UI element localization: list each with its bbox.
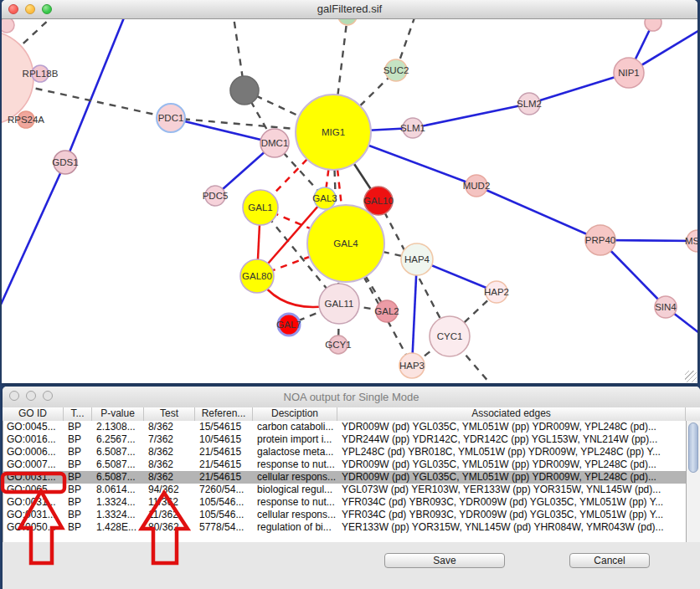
network-window: galFiltered.sif RPL18BRPS24APDC1GDS1DMC1… (2, 0, 697, 383)
table-cell: GO:0050... (3, 521, 64, 534)
noa-output-window: NOA output for Single Mode GO IDT...P-va… (3, 387, 700, 589)
column-header-2[interactable]: P-value (92, 407, 144, 421)
table-row-2[interactable]: GO:0006...BP6.5087...8/36221/54615galact… (3, 446, 686, 458)
column-header-0[interactable]: GO ID (3, 407, 64, 421)
table-cell: 21/54615 (196, 446, 254, 458)
table-cell: protein import i... (254, 433, 338, 446)
table-cell: BP (64, 484, 93, 496)
table-cell: GO:0007... (3, 458, 64, 471)
table-cell: GO:0031... (3, 509, 64, 521)
node-label-PDC5: PDC5 (203, 191, 229, 201)
node-label-GAL10: GAL10 (363, 196, 394, 206)
noa-window-titlebar[interactable]: NOA output for Single Mode (3, 387, 700, 408)
zoom-button[interactable] (42, 4, 52, 14)
table-cell: YDR009W (pd) YGL035C, YML051W (pp) YDR00… (338, 458, 686, 471)
node-label-PDC1: PDC1 (158, 113, 184, 123)
edge-pt-GDS1[interactable] (65, 19, 128, 162)
node-GREEN2[interactable] (338, 19, 357, 25)
node-label-HAP4: HAP4 (404, 254, 430, 264)
edge-SLM1-SLM2[interactable] (413, 104, 529, 128)
minimize-button[interactable] (25, 4, 35, 14)
column-header-1[interactable]: T... (64, 407, 92, 421)
column-header-3[interactable]: Test (144, 407, 195, 421)
node-label-SUC2: SUC2 (383, 65, 409, 75)
table-cell: YGL073W (pd) YER103W, YER133W (pp) YOR31… (338, 484, 686, 496)
network-canvas[interactable]: RPL18BRPS24APDC1GDS1DMC1MIG1SUC2SLM1SLM2… (2, 19, 697, 383)
column-header-5[interactable]: Desciption (253, 407, 337, 421)
table-row-3[interactable]: GO:0007...BP6.5087...8/36221/54615respon… (3, 458, 686, 471)
table-cell: BP (64, 471, 93, 484)
node-label-CYC1: CYC1 (437, 331, 463, 341)
table-cell: BP (64, 496, 93, 509)
node-PINK1[interactable] (2, 19, 14, 33)
scrollbar-thumb[interactable] (688, 423, 698, 473)
table-cell: response to nut... (254, 496, 338, 509)
table-cell: 105/546... (196, 509, 254, 521)
table-cell: 8/362 (145, 421, 196, 433)
node-label-GAL7: GAL7 (276, 320, 301, 330)
table-cell: 80/362 (145, 521, 196, 534)
table-cell: BP (64, 433, 93, 446)
edge-MUD2-PRP40[interactable] (476, 186, 600, 240)
table-cell: 21/54615 (196, 471, 254, 484)
table-header: GO IDT...P-valueTestReferen...Desciption… (3, 407, 700, 422)
table-cell: YFR034C (pd) YBR093C, YDR009W (pd) YGL03… (338, 496, 686, 509)
table-row-6[interactable]: GO:0031...BP1.3324...11/362105/546...res… (3, 496, 686, 509)
node-label-MIG1: MIG1 (322, 127, 345, 137)
column-header-6[interactable]: Associated edges (337, 407, 686, 421)
table-cell: 6.5087... (93, 446, 145, 458)
node-label-MUD2: MUD2 (463, 181, 491, 191)
table-cell: BP (64, 509, 93, 521)
table-cell: GO:0031... (3, 471, 64, 484)
close-button[interactable] (8, 4, 18, 14)
table-cell: 7/362 (145, 433, 196, 446)
node-label-GDS1: GDS1 (52, 157, 78, 167)
table-cell: 6.5087... (93, 471, 145, 484)
table-row-5[interactable]: GO:0065...BP8.0614...94/3627260/54...bio… (3, 484, 686, 496)
network-window-title: galFiltered.sif (2, 0, 697, 18)
close-button-inactive[interactable] (9, 391, 19, 401)
table-row-7[interactable]: GO:0031...BP1.3324...11/362105/546...cel… (3, 509, 686, 521)
table-cell: YPL248C (pd) YBR018C, YML051W (pp) YDR00… (338, 446, 686, 458)
table-cell: YDR009W (pd) YGL035C, YML051W (pp) YDR00… (338, 421, 686, 433)
network-window-titlebar[interactable]: galFiltered.sif (2, 0, 697, 19)
table-cell: BP (64, 521, 93, 534)
table-cell: 105/546... (196, 496, 254, 509)
column-header-4[interactable]: Referen... (195, 407, 253, 421)
table-cell: cellular respons... (254, 509, 338, 521)
table-cell: cellular respons... (254, 471, 338, 484)
table-cell: 5778/54... (196, 521, 254, 534)
resize-grip[interactable] (685, 371, 697, 382)
table-cell: regulation of bi... (254, 521, 338, 534)
table-cell: GO:0065... (3, 484, 64, 496)
table-cell: 21/54615 (196, 458, 254, 471)
node-label-RPS24A: RPS24A (8, 115, 44, 125)
edge-GDS1-pt[interactable] (2, 162, 65, 306)
node-label-GAL11: GAL11 (325, 299, 354, 309)
table-row-1[interactable]: GO:0016...BP6.2567...7/36210/54615protei… (3, 433, 686, 446)
table-row-0[interactable]: GO:0045...BP2.1308...8/36215/54615carbon… (3, 421, 686, 433)
node-PINK2[interactable] (645, 19, 661, 31)
node-label-GAL1: GAL1 (248, 202, 272, 213)
table-row-4[interactable]: GO:0031...BP6.5087...8/36221/54615cellul… (3, 471, 686, 484)
node-label-DMC1: DMC1 (261, 138, 289, 148)
node-label-GAL2: GAL2 (374, 306, 399, 316)
vertical-scrollbar[interactable] (686, 421, 700, 542)
table-cell: 8/362 (145, 471, 196, 484)
zoom-button-inactive[interactable] (43, 391, 53, 401)
minimize-button-inactive[interactable] (26, 391, 36, 401)
cancel-button[interactable]: Cancel (569, 553, 650, 568)
table-row-8[interactable]: GO:0050...BP1.428E...80/3625778/54...reg… (3, 521, 686, 534)
node-label-GAL4: GAL4 (333, 238, 358, 248)
save-button[interactable]: Save (384, 553, 505, 568)
node-GRAY1[interactable] (230, 76, 259, 105)
node-label-NIP1: NIP1 (618, 68, 640, 78)
node-label-HAP3: HAP3 (399, 361, 425, 371)
node-label-SLM2: SLM2 (517, 99, 542, 109)
table-cell: BP (64, 446, 93, 458)
noa-window-title: NOA output for Single Mode (3, 387, 700, 407)
table-cell: GO:0006... (3, 446, 64, 458)
table-cell: 94/362 (145, 484, 196, 496)
table-cell: galactose meta... (254, 446, 338, 458)
table-cell: 1.3324... (93, 509, 145, 521)
